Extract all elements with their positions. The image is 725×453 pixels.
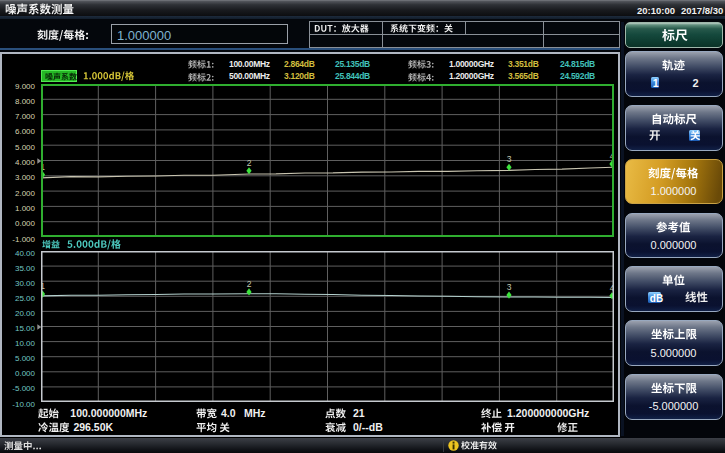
svg-text:2: 2 [247, 279, 252, 289]
svg-text:3: 3 [507, 154, 512, 164]
svg-text:3: 3 [507, 282, 512, 292]
svg-text:2: 2 [247, 158, 252, 168]
